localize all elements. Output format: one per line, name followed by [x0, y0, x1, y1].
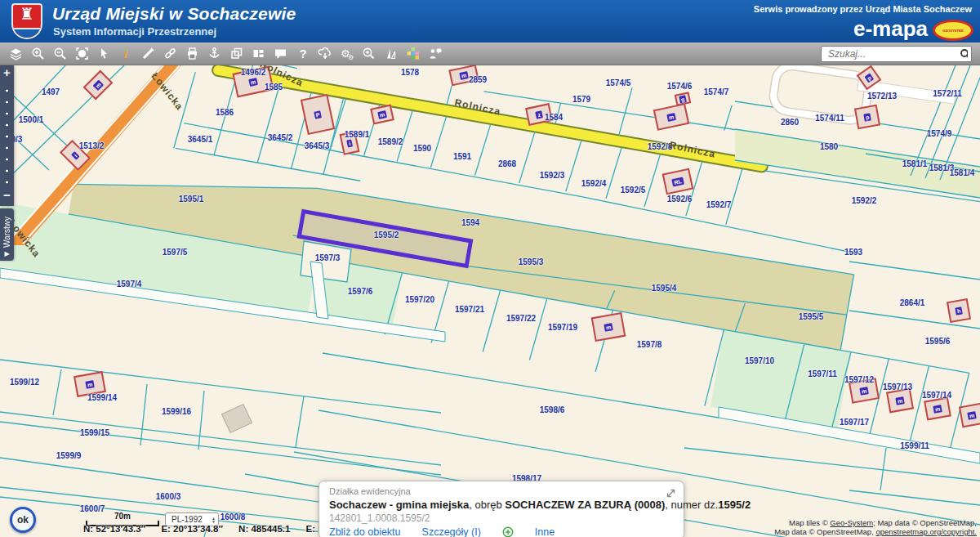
- parcel-label: 1599/9: [56, 451, 82, 460]
- parcel-label: 1513/2: [79, 141, 105, 150]
- zoom-out-icon[interactable]: [49, 44, 71, 64]
- parcel-label: 1595/1: [179, 195, 204, 204]
- geosystem-link[interactable]: Geo-System: [830, 518, 873, 527]
- parcel-label: 2860: [781, 118, 799, 127]
- settings-icon[interactable]: ⚙⚙: [336, 44, 358, 64]
- parcel-label: 1597/13: [883, 383, 912, 392]
- parcel-label: 1597/21: [455, 305, 484, 314]
- parcel-label: 1592/5: [621, 186, 646, 195]
- toolbar: i ? ⚙⚙: [0, 43, 980, 65]
- parcel-label: 1593: [844, 248, 862, 257]
- parcel-label: 1599/12: [10, 378, 39, 387]
- measure-icon[interactable]: [137, 44, 159, 64]
- print-icon[interactable]: [181, 44, 203, 64]
- help-icon[interactable]: ?: [292, 44, 314, 64]
- search-input[interactable]: [822, 48, 960, 60]
- parcel-label: 1574/9: [927, 129, 952, 138]
- layers-icon[interactable]: [5, 44, 27, 64]
- zoom-out-button[interactable]: −: [0, 190, 14, 201]
- parcel-label: 1592/6: [667, 195, 693, 204]
- zoom-in-button[interactable]: +: [0, 65, 14, 80]
- popup-expand-icon[interactable]: [666, 487, 676, 502]
- info-icon[interactable]: i: [115, 44, 137, 64]
- copy-icon[interactable]: [225, 44, 247, 64]
- details-link[interactable]: Szczegóły (I): [422, 526, 481, 537]
- legend-icon[interactable]: [402, 44, 424, 64]
- layers-tab-label: Warstwy: [2, 217, 11, 248]
- parcel-label: 1597/8: [637, 340, 662, 349]
- building-label: z: [535, 110, 542, 119]
- popup-links: Zbliż do obiektu Szczegóły (I) Inne: [329, 526, 674, 537]
- parcel-label: 1589/2: [378, 137, 403, 146]
- parcel-label: 1574/6: [667, 82, 693, 91]
- parcel-label: 1579: [572, 95, 590, 104]
- zoom-control: + −: [0, 65, 14, 206]
- parcel-label: 1592/3: [540, 171, 565, 180]
- parcel-label: 1597/12: [844, 375, 874, 384]
- comment-icon[interactable]: [270, 44, 292, 64]
- contact-icon[interactable]: [424, 44, 446, 64]
- building-label: m: [377, 110, 387, 119]
- parcel-label: 1590: [413, 144, 431, 153]
- coord-n-dms: N: 52°13′43.3″: [83, 524, 145, 534]
- building-label: m: [92, 79, 104, 91]
- pointer-icon[interactable]: [93, 44, 115, 64]
- building-label: m: [604, 323, 613, 332]
- building-label: RL: [672, 177, 684, 186]
- parcel-label: 1595/5: [799, 312, 824, 321]
- parcel-label: 1597/6: [348, 287, 373, 296]
- coord-n-m: N: 485445.1: [238, 524, 290, 534]
- map-viewport[interactable]: mimPimmzgmppRLmmhmmmm 1496/214971500/115…: [0, 65, 980, 537]
- parcel-label: 1599/16: [162, 407, 191, 416]
- layers-panel-tab[interactable]: Warstwy ▶: [0, 208, 14, 261]
- parcel-label: 2868: [498, 159, 516, 168]
- svg-text:?: ?: [300, 47, 307, 60]
- zoom-in-icon[interactable]: [27, 44, 49, 64]
- parcel-id: 142801_1.0008.1595/2: [329, 512, 674, 524]
- search-box: [821, 46, 972, 62]
- attribution-text: Map tiles ©: [789, 518, 830, 527]
- zoom-slider[interactable]: [0, 82, 14, 188]
- parcel-label: 1581/1: [902, 159, 928, 168]
- other-link[interactable]: Inne: [535, 526, 555, 537]
- anchor-icon[interactable]: [203, 44, 225, 64]
- building-label: i: [71, 151, 80, 160]
- crs-value: PL-1992: [172, 515, 203, 524]
- parcel-info-popup: Działka ewidencyjna Sochaczew - gmina mi…: [318, 481, 684, 537]
- parcel-label: 1598/6: [540, 405, 565, 414]
- select-extent-icon[interactable]: [71, 44, 93, 64]
- map-canvas[interactable]: [0, 65, 980, 537]
- zoom-to-object-link[interactable]: Zbliż do obiektu: [329, 526, 401, 537]
- osm-copyright-link[interactable]: openstreetmap.org/copyright.: [875, 527, 977, 536]
- building-label: h: [955, 307, 963, 315]
- panels-icon[interactable]: [247, 44, 270, 64]
- search-icon[interactable]: [960, 48, 968, 60]
- parcel-label: 1595/6: [925, 337, 951, 346]
- building-label: m: [459, 71, 469, 80]
- coord-e-dms: E: 20°13′34.8″: [161, 524, 223, 534]
- map-attribution: Map tiles © Geo-System; Map data © OpenS…: [774, 518, 977, 536]
- parcel-label: 1581/4: [950, 168, 975, 177]
- parcel-label: 1592/4: [581, 179, 607, 188]
- building-label: m: [933, 405, 942, 414]
- parcel-label: 1600/3: [156, 492, 181, 501]
- building-label: m: [666, 113, 676, 122]
- parcel-label: 3645/2: [268, 133, 293, 142]
- parcel-label: 3645/3: [305, 141, 330, 150]
- compass-icon[interactable]: [380, 44, 402, 64]
- parcel-label: 1597/22: [506, 314, 536, 323]
- parcel-label: 1591: [453, 152, 471, 161]
- cloud-download-icon[interactable]: [314, 44, 336, 64]
- building: h: [947, 298, 971, 323]
- parcel-label: 1597/17: [840, 418, 869, 427]
- link-icon[interactable]: [159, 44, 181, 64]
- parcel-label: 1597/4: [117, 280, 142, 289]
- parcel-label: 1597/3: [315, 253, 341, 262]
- parcel-label: 1497: [42, 87, 60, 96]
- parcel-label: 1595/3: [519, 257, 544, 266]
- parcel-label: 1597/5: [163, 248, 188, 257]
- add-plus-icon[interactable]: [502, 526, 514, 537]
- expand-arrow-icon: ▶: [4, 250, 9, 257]
- search-plus-icon[interactable]: [358, 44, 380, 64]
- emapa-brand: e-mapa: [853, 16, 928, 42]
